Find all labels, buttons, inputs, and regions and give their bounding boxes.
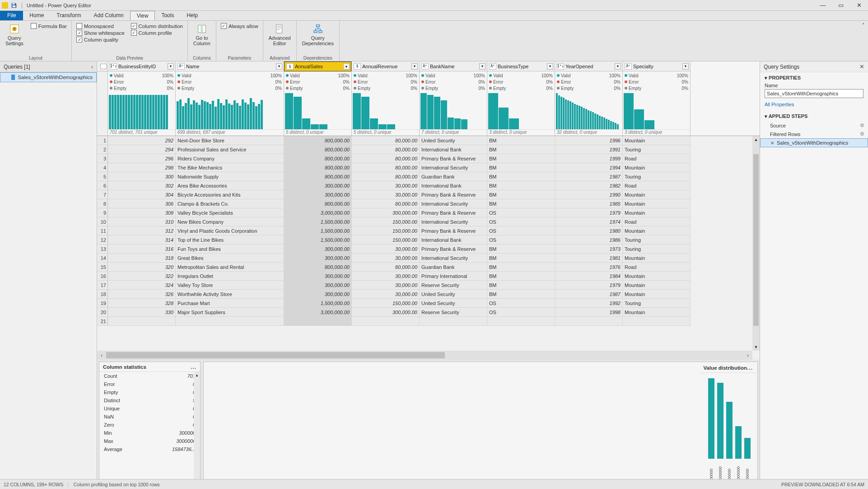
data-cell[interactable]: Reserve Security xyxy=(420,308,487,317)
data-cell[interactable]: Touring xyxy=(623,235,691,244)
column-dropdown-icon[interactable]: ▾ xyxy=(682,63,689,70)
maximize-button[interactable]: ▭ xyxy=(832,0,850,10)
data-cell[interactable]: 324 xyxy=(108,281,176,290)
data-cell[interactable]: Professional Sales and Service xyxy=(176,145,284,154)
data-cell[interactable]: Road xyxy=(623,217,691,226)
data-cell[interactable]: 800,000.00 xyxy=(284,163,352,172)
data-cell[interactable]: 326 xyxy=(108,290,176,299)
row-number-cell[interactable]: 14 xyxy=(97,254,108,263)
row-number-cell[interactable]: 9 xyxy=(97,208,108,217)
row-number-cell[interactable]: 20 xyxy=(97,308,108,317)
data-cell[interactable]: International Security xyxy=(420,254,487,263)
data-cell[interactable]: BM xyxy=(487,290,555,299)
row-number-cell[interactable]: 19 xyxy=(97,299,108,308)
query-name-input[interactable] xyxy=(765,89,863,98)
step-delete-icon[interactable]: ✕ xyxy=(770,141,774,146)
data-cell[interactable]: 1996 xyxy=(555,136,623,145)
data-cell[interactable]: New Bikes Company xyxy=(176,217,284,226)
data-cell[interactable]: Metropolitan Sales and Rental xyxy=(176,263,284,272)
query-settings-button[interactable]: Query Settings xyxy=(3,22,26,47)
data-cell[interactable]: 1979 xyxy=(555,281,623,290)
properties-header[interactable]: PROPERTIES xyxy=(760,72,868,83)
row-number-cell[interactable]: 17 xyxy=(97,281,108,290)
data-cell[interactable]: Guardian Bank xyxy=(420,172,487,181)
go-to-column-button[interactable]: Go to Column xyxy=(191,22,213,47)
data-cell[interactable]: Primary Bank & Reserve xyxy=(420,208,487,217)
scroll-left-icon[interactable]: ‹ xyxy=(97,351,106,360)
row-number-cell[interactable]: 18 xyxy=(97,290,108,299)
data-cell[interactable]: 304 xyxy=(108,190,176,199)
column-type-icon[interactable]: 1²₃ xyxy=(557,63,564,70)
data-cell[interactable]: 30,000.00 xyxy=(352,272,420,281)
data-cell[interactable]: Touring xyxy=(623,145,691,154)
data-cell[interactable]: BM xyxy=(487,190,555,199)
column-type-icon[interactable]: Aᵇ xyxy=(421,63,429,70)
applied-step[interactable]: ✕ Sales_vStoreWithDemographics xyxy=(760,138,868,147)
data-cell[interactable]: Reserve Security xyxy=(420,281,487,290)
data-cell[interactable]: 1982 xyxy=(555,181,623,190)
column-profile-checkbox[interactable]: Column profile xyxy=(131,30,183,36)
data-cell[interactable]: 3,000,000.00 xyxy=(284,308,352,317)
data-cell[interactable]: Mountain xyxy=(623,272,691,281)
show-whitespace-checkbox[interactable]: Show whitespace xyxy=(76,30,125,36)
scroll-up-icon[interactable]: ▲ xyxy=(752,136,760,143)
data-cell[interactable]: 80,000.00 xyxy=(352,172,420,181)
data-cell[interactable]: International Security xyxy=(420,199,487,208)
column-dropdown-icon[interactable]: ▾ xyxy=(276,63,282,70)
data-cell[interactable]: Purchase Mart xyxy=(176,299,284,308)
data-cell[interactable] xyxy=(555,317,623,326)
data-cell[interactable]: 800,000.00 xyxy=(284,263,352,272)
column-type-icon[interactable]: $ xyxy=(354,63,361,70)
data-cell[interactable]: 316 xyxy=(108,244,176,254)
column-type-icon[interactable]: $ xyxy=(286,63,294,70)
data-cell[interactable] xyxy=(487,317,555,326)
data-cell[interactable]: Road xyxy=(623,263,691,272)
data-cell[interactable]: 1987 xyxy=(555,172,623,181)
row-number-cell[interactable]: 12 xyxy=(97,235,108,244)
data-cell[interactable]: 1,500,000.00 xyxy=(284,226,352,235)
save-icon[interactable] xyxy=(11,2,17,9)
data-cell[interactable]: OS xyxy=(487,208,555,217)
horizontal-scroll-thumb[interactable] xyxy=(106,352,445,358)
row-number-cell[interactable]: 13 xyxy=(97,244,108,254)
column-dropdown-icon[interactable]: ▾ xyxy=(168,63,174,70)
row-number-cell[interactable]: 7 xyxy=(97,190,108,199)
applied-step[interactable]: Source ⚙ xyxy=(760,121,868,130)
column-header-id[interactable]: 1²₃ BusinessEntityID ▾ xyxy=(108,61,175,71)
always-allow-checkbox[interactable]: Always allow xyxy=(221,23,258,29)
row-number-cell[interactable]: 3 xyxy=(97,154,108,163)
data-cell[interactable]: 1987 xyxy=(555,290,623,299)
data-cell[interactable]: 1999 xyxy=(555,154,623,163)
data-cell[interactable]: BM xyxy=(487,281,555,290)
row-number-cell[interactable]: 8 xyxy=(97,199,108,208)
row-number-cell[interactable]: 1 xyxy=(97,136,108,145)
data-cell[interactable]: Road xyxy=(623,181,691,190)
data-cell[interactable]: 306 xyxy=(108,199,176,208)
data-cell[interactable]: 298 xyxy=(108,163,176,172)
data-cell[interactable]: Nationwide Supply xyxy=(176,172,284,181)
data-cell[interactable]: 1998 xyxy=(555,308,623,317)
data-cell[interactable]: 1,500,000.00 xyxy=(284,299,352,308)
data-cell[interactable]: Worthwhile Activity Store xyxy=(176,290,284,299)
column-header-name[interactable]: Aᵇ Name ▾ xyxy=(176,61,284,71)
column-dropdown-icon[interactable]: ▾ xyxy=(547,63,553,70)
data-cell[interactable]: 300,000.00 xyxy=(284,244,352,254)
data-cell[interactable]: 30,000.00 xyxy=(352,254,420,263)
data-cell[interactable]: 1985 xyxy=(555,199,623,208)
queries-collapse-icon[interactable]: ‹ xyxy=(91,64,93,70)
data-cell[interactable] xyxy=(108,317,176,326)
data-cell[interactable]: 1986 xyxy=(555,235,623,244)
data-cell[interactable]: Great Bikes xyxy=(176,254,284,263)
data-cell[interactable]: 30,000.00 xyxy=(352,190,420,199)
data-cell[interactable]: 1,500,000.00 xyxy=(284,235,352,244)
column-header-rev[interactable]: $ AnnualRevenue ▾ xyxy=(352,61,419,71)
column-header-btype[interactable]: Aᵇ BusinessType ▾ xyxy=(487,61,555,71)
row-number-cell[interactable]: 15 xyxy=(97,263,108,272)
data-cell[interactable] xyxy=(352,317,420,326)
data-cell[interactable]: Mountain xyxy=(623,254,691,263)
column-dropdown-icon[interactable]: ▾ xyxy=(411,63,418,70)
data-cell[interactable]: 800,000.00 xyxy=(284,199,352,208)
query-settings-close-icon[interactable]: ✕ xyxy=(859,63,864,70)
column-header-sales[interactable]: $ AnnualSales ▾ xyxy=(284,61,351,71)
column-dropdown-icon[interactable]: ▾ xyxy=(343,63,350,70)
